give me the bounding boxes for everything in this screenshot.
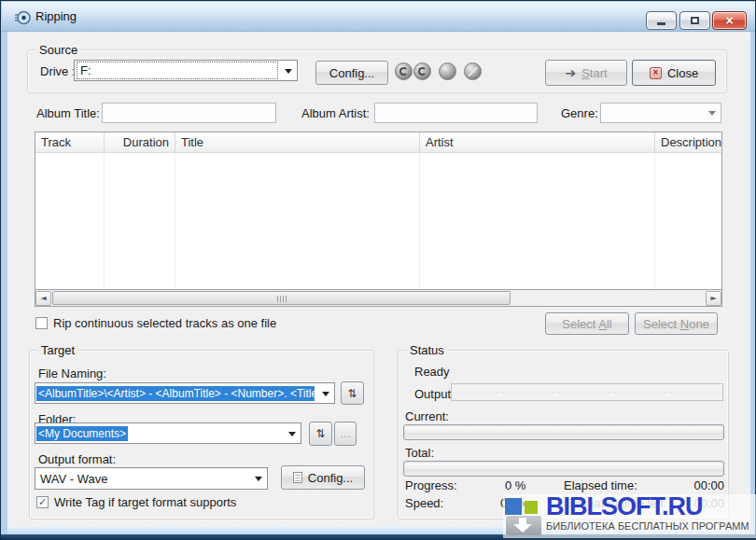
status-state: Ready — [414, 365, 450, 379]
rip-continuous-checkbox[interactable] — [35, 317, 48, 329]
start-button[interactable]: ➔ Start — [545, 60, 627, 86]
blue-square-icon — [505, 498, 522, 515]
column-header-track[interactable]: Track — [35, 132, 105, 152]
write-tag-checkbox[interactable]: ✓ — [36, 496, 49, 508]
progress-label: Progress: — [405, 478, 457, 492]
start-arrow-icon: ➔ — [565, 65, 576, 80]
drive-tool-button-2[interactable] — [413, 62, 431, 80]
output-format-value: WAV - Wave — [35, 472, 107, 486]
minimize-button[interactable] — [646, 11, 677, 30]
scrollbar-thumb[interactable] — [52, 291, 511, 305]
output-format-label: Output format: — [38, 452, 116, 466]
select-none-button[interactable]: Select None — [635, 312, 718, 335]
horizontal-scrollbar[interactable]: ◄ ► — [35, 290, 722, 307]
scroll-right-icon: ► — [710, 294, 716, 302]
scroll-left-icon: ◄ — [40, 294, 46, 302]
window-title: Ripping — [35, 9, 77, 23]
rip-continuous-label: Rip continuous selected tracks as one fi… — [53, 316, 276, 330]
document-icon — [293, 472, 302, 483]
column-divider — [419, 153, 420, 289]
format-config-button[interactable]: Config... — [281, 465, 365, 490]
down-arrow-icon — [519, 518, 526, 524]
refresh-file-naming-button[interactable]: ⇅ — [341, 381, 364, 405]
slash-icon — [468, 67, 478, 77]
target-group-label: Target — [37, 343, 78, 357]
browse-folder-label: ... — [340, 427, 350, 440]
drive-select[interactable]: F: — [74, 60, 298, 81]
drive-config-button[interactable]: Config... — [315, 61, 388, 85]
elapsed-label: Elapsed time: — [564, 478, 637, 492]
track-table[interactable]: Track Duration Title Artist Description — [35, 132, 722, 290]
column-header-artist[interactable]: Artist — [420, 132, 655, 152]
maximize-icon — [691, 17, 699, 24]
column-header-duration[interactable]: Duration — [105, 132, 175, 152]
close-ripping-button[interactable]: × Close — [632, 60, 716, 86]
green-square-icon — [525, 501, 538, 514]
album-title-label: Album Title: — [36, 106, 100, 120]
source-group-label: Source — [35, 43, 81, 57]
track-table-body[interactable] — [35, 153, 721, 289]
drive-label: Drive : — [40, 64, 76, 78]
drive-tool-button-4[interactable] — [464, 62, 482, 80]
scroll-right-button[interactable]: ► — [706, 291, 721, 306]
start-label: Start — [581, 66, 607, 80]
select-all-button[interactable]: Select All — [545, 312, 629, 335]
genre-select[interactable] — [600, 103, 721, 123]
drive-tool-button-3[interactable] — [439, 62, 456, 80]
column-divider — [654, 153, 655, 289]
browse-folder-button[interactable]: ... — [334, 422, 357, 446]
current-progress-bar — [403, 424, 724, 440]
album-title-input[interactable] — [102, 103, 276, 123]
sphere-icon — [399, 67, 408, 76]
down-arrow-icon — [513, 524, 532, 533]
scrollbar-grip-icon — [277, 296, 287, 302]
drive-select-value: F: — [77, 62, 278, 79]
status-group-label: Status — [406, 343, 448, 357]
total-progress-bar — [403, 461, 724, 477]
title-bar[interactable]: Ripping × — [2, 2, 755, 32]
close-x-icon: × — [650, 67, 662, 79]
write-tag-label: Write Tag if target format supports — [54, 495, 236, 509]
swap-arrows-icon: ⇅ — [315, 427, 325, 440]
close-icon: × — [725, 14, 733, 27]
album-artist-input[interactable] — [374, 103, 538, 123]
file-naming-select[interactable]: <AlbumTitle>\<Artist> - <AlbumTitle> - <… — [35, 382, 335, 404]
watermark-download-icon — [505, 495, 544, 537]
genre-label: Genre: — [561, 106, 598, 120]
close-ripping-label: Close — [667, 66, 698, 80]
refresh-folder-button[interactable]: ⇅ — [309, 422, 332, 446]
output-format-select[interactable]: WAV - Wave — [35, 467, 268, 490]
select-all-label: Select All — [562, 317, 611, 331]
ripping-window: Ripping × Source Drive : F: Config... ➔ … — [0, 0, 756, 540]
watermark-tagline: БИБЛИОТЕКА БЕСПЛАТНЫХ ПРОГРАММ — [546, 521, 749, 532]
output-display — [451, 383, 723, 401]
format-config-label: Config... — [308, 471, 353, 485]
chevron-down-icon — [285, 69, 292, 74]
drive-tool-button-1[interactable] — [395, 62, 413, 80]
maximize-button[interactable] — [679, 11, 710, 30]
scroll-left-button[interactable]: ◄ — [35, 291, 51, 306]
file-naming-value: <AlbumTitle>\<Artist> - <AlbumTitle> - <… — [36, 386, 315, 401]
elapsed-value: 00:00 — [654, 478, 724, 492]
column-header-description[interactable]: Description — [655, 132, 721, 152]
check-icon: ✓ — [38, 497, 47, 507]
close-button[interactable]: × — [712, 11, 747, 30]
app-icon — [14, 9, 31, 26]
album-artist-label: Album Artist: — [301, 106, 370, 120]
watermark-brand: BIBLSOFT.RU — [546, 494, 749, 519]
column-divider — [104, 153, 105, 289]
chevron-down-icon — [288, 432, 296, 436]
column-header-title[interactable]: Title — [175, 132, 420, 152]
current-label: Current: — [405, 409, 449, 423]
chevron-down-icon — [322, 392, 329, 396]
select-none-label: Select None — [643, 317, 709, 331]
sphere-icon — [418, 67, 427, 76]
minimize-icon — [657, 22, 665, 25]
watermark: BIBLSOFT.RU БИБЛИОТЕКА БЕСПЛАТНЫХ ПРОГРА… — [503, 494, 756, 538]
progress-value: 0 % — [505, 478, 525, 492]
total-label: Total: — [405, 446, 434, 460]
file-naming-label: File Naming: — [38, 367, 106, 381]
track-table-header: Track Duration Title Artist Description — [35, 132, 721, 153]
output-label: Output: — [414, 387, 455, 401]
folder-select[interactable]: <My Documents> — [35, 422, 301, 444]
